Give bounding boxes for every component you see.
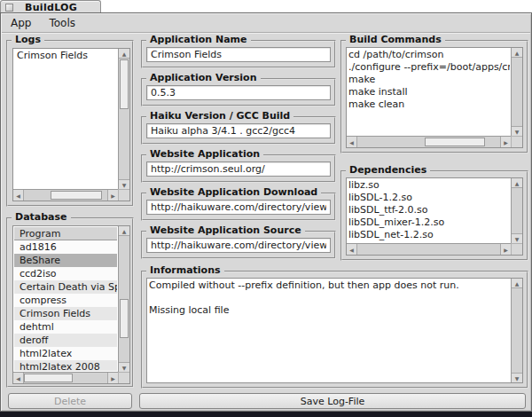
menu-tools[interactable]: Tools [40,14,84,32]
scroll-up-icon[interactable] [119,49,129,59]
scroll-left-icon[interactable] [13,190,24,201]
database-rows: Program ad1816 BeShare ccd2iso Certain D… [14,227,117,371]
database-row[interactable]: Crimson Fields [14,307,117,320]
informations-textview[interactable]: Compiled without --prefix definition, bu… [146,278,523,383]
build-commands-textview[interactable]: cd /path/to/crimson ./configure --prefix… [346,47,523,148]
menu-app[interactable]: App [2,14,40,32]
scroll-down-icon[interactable] [119,179,129,189]
save-logfile-button[interactable]: Save Log-File [139,393,526,409]
application-name-label: Application Name [146,34,251,45]
scroll-left-icon[interactable] [13,373,24,383]
scroll-right-icon[interactable] [500,244,511,255]
website-download-label: Website Application Download [146,186,321,198]
logs-label: Logs [12,34,44,45]
dependencies-horizontal-scrollbar[interactable] [347,243,511,255]
website-application-field[interactable] [146,161,331,177]
informations-label: Informations [146,264,224,276]
website-download-group: Website Application Download [141,193,336,221]
scrollbar-corner [118,372,129,383]
logs-horizontal-scrollbar[interactable] [13,189,118,201]
scrollbar-thumb[interactable] [120,59,129,109]
build-commands-label: Build Commands [346,34,445,45]
database-row[interactable]: html2latex 2008 [14,360,117,371]
scroll-down-icon[interactable] [512,233,522,243]
logs-vertical-scrollbar[interactable] [118,49,129,189]
menu-bar: App Tools [2,14,530,33]
scroll-up-icon[interactable] [119,226,129,236]
informations-vertical-scrollbar[interactable] [511,279,522,382]
scrollbar-thumb[interactable] [120,299,129,338]
scrollbar-corner [511,136,522,147]
scroll-right-icon[interactable] [500,137,511,147]
haiku-version-field[interactable] [146,123,331,138]
scroll-left-icon[interactable] [347,137,357,147]
database-row[interactable]: Certain Death via Space [14,280,117,294]
application-version-field[interactable] [146,85,331,100]
application-version-label: Application Version [146,72,261,83]
scroll-up-icon[interactable] [512,178,522,188]
informations-group: Informations Compiled without --prefix d… [141,271,528,389]
scroll-down-icon[interactable] [512,126,522,136]
dependencies-text[interactable]: libz.so libSDL-1.2.so libSDL_ttf-2.0.so … [348,179,510,242]
dependencies-vertical-scrollbar[interactable] [511,178,522,243]
delete-button[interactable]: Delete [8,393,132,409]
scrollbar-corner [118,189,129,201]
application-name-field[interactable] [146,47,331,62]
scrollbar-thumb[interactable] [51,191,102,200]
website-source-label: Website Application Source [146,224,305,236]
build-commands-group: Build Commands cd /path/to/crimson ./con… [340,40,528,153]
desktop-edge [0,412,532,417]
haiku-version-label: Haiku Version / GCC Build [146,110,293,122]
database-row[interactable]: ad1816 [14,240,117,254]
scroll-left-icon[interactable] [347,244,357,255]
website-source-field[interactable] [146,238,331,253]
database-row[interactable]: compress [14,294,117,307]
scroll-right-icon[interactable] [107,190,118,201]
informations-text[interactable]: Compiled without --prefix definition, bu… [149,279,510,382]
scrollbar-corner [511,243,522,255]
scroll-up-icon[interactable] [512,48,522,58]
scroll-down-icon[interactable] [119,362,129,372]
haiku-version-group: Haiku Version / GCC Build [141,116,336,145]
scroll-right-icon[interactable] [107,373,118,383]
scrollbar-thumb[interactable] [425,138,485,146]
website-source-group: Website Application Source [141,231,336,259]
database-column-header[interactable]: Program [14,227,117,240]
application-version-group: Application Version [141,78,336,106]
website-download-field[interactable] [146,200,331,215]
main-window: App Tools Logs Crimson Fields Database P… [0,12,532,412]
database-label: Database [12,211,71,223]
database-row[interactable]: deroff [14,334,117,347]
window-tab[interactable]: BuildLOG [0,0,101,13]
build-commands-vertical-scrollbar[interactable] [511,48,522,136]
database-row[interactable]: html2latex [14,347,117,360]
build-commands-horizontal-scrollbar[interactable] [347,136,511,147]
logs-list[interactable]: Crimson Fields [12,48,130,201]
logs-group: Logs Crimson Fields [6,40,134,207]
scroll-down-icon[interactable] [512,373,522,382]
application-name-group: Application Name [141,40,336,68]
dependencies-group: Dependencies libz.so libSDL-1.2.so libSD… [340,170,528,261]
database-row[interactable]: ccd2iso [14,267,117,280]
website-application-group: Website Application [141,154,336,183]
database-row-selected[interactable]: BeShare [14,254,117,267]
build-commands-text[interactable]: cd /path/to/crimson ./configure --prefix… [348,49,510,135]
scrollbar-thumb[interactable] [24,374,73,382]
database-vertical-scrollbar[interactable] [118,226,129,372]
logs-list-item[interactable]: Crimson Fields [13,49,129,62]
database-list[interactable]: Program ad1816 BeShare ccd2iso Certain D… [12,225,130,384]
database-group: Database Program ad1816 BeShare ccd2iso … [6,217,134,388]
scroll-up-icon[interactable] [512,279,522,288]
website-application-label: Website Application [146,148,263,160]
database-row[interactable]: dehtml [14,320,117,334]
dependencies-label: Dependencies [346,164,430,176]
database-horizontal-scrollbar[interactable] [13,372,118,383]
close-icon[interactable] [5,4,13,12]
dependencies-textview[interactable]: libz.so libSDL-1.2.so libSDL_ttf-2.0.so … [346,177,523,256]
